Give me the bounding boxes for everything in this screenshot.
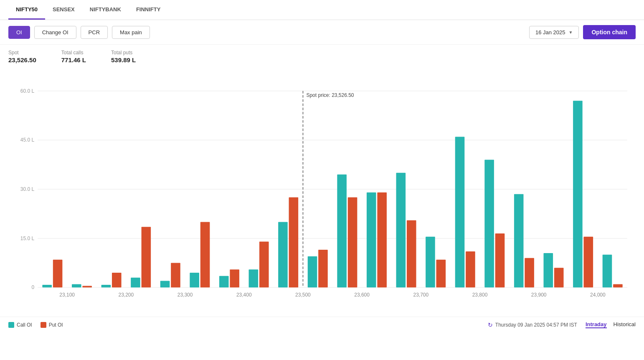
svg-rect-17 (142, 227, 151, 287)
stat-total-calls: Total calls 771.46 L (61, 50, 86, 63)
svg-rect-37 (436, 260, 446, 288)
svg-text:23,300: 23,300 (177, 292, 193, 298)
footer-actions: Intraday Historical (586, 321, 636, 328)
date-label: 16 Jan 2025 (535, 29, 565, 35)
legend-put: Put OI (41, 322, 63, 328)
toolbar: OI Change OI PCR Max pain 16 Jan 2025 ▼ … (0, 20, 644, 45)
svg-rect-44 (543, 253, 553, 287)
svg-text:23,500: 23,500 (295, 292, 311, 298)
stats-row: Spot 23,526.50 Total calls 771.46 L Tota… (0, 45, 644, 66)
svg-rect-31 (348, 198, 357, 288)
svg-rect-45 (554, 268, 564, 287)
spot-label: Spot (8, 50, 36, 56)
svg-rect-49 (613, 284, 623, 287)
svg-rect-40 (484, 160, 494, 287)
svg-rect-24 (249, 269, 259, 287)
total-puts-label: Total puts (111, 50, 136, 56)
svg-text:Spot price: 23,526.50: Spot price: 23,526.50 (306, 92, 354, 98)
svg-rect-28 (308, 256, 317, 288)
refresh-icon[interactable]: ↻ (488, 322, 493, 328)
svg-rect-23 (230, 269, 239, 287)
svg-text:23,400: 23,400 (236, 292, 252, 298)
svg-text:23,900: 23,900 (531, 292, 547, 298)
svg-rect-21 (200, 222, 210, 287)
btn-oi[interactable]: OI (8, 26, 30, 39)
svg-rect-32 (367, 193, 376, 287)
total-calls-value: 771.46 L (61, 56, 86, 63)
svg-rect-20 (190, 273, 199, 287)
stat-total-puts: Total puts 539.89 L (111, 50, 136, 63)
svg-rect-14 (101, 285, 111, 287)
btn-change-oi[interactable]: Change OI (34, 26, 76, 39)
total-calls-label: Total calls (61, 50, 86, 56)
svg-rect-36 (426, 237, 435, 288)
svg-rect-18 (160, 281, 170, 288)
date-picker[interactable]: 16 Jan 2025 ▼ (529, 26, 579, 39)
svg-rect-35 (407, 221, 416, 288)
svg-rect-22 (219, 276, 229, 287)
svg-rect-33 (377, 193, 387, 287)
svg-rect-19 (171, 263, 180, 287)
svg-rect-34 (396, 173, 406, 288)
option-chain-button[interactable]: Option chain (583, 25, 636, 39)
svg-text:23,200: 23,200 (119, 292, 134, 298)
svg-text:0: 0 (31, 284, 34, 290)
footer-time: ↻ Thursday 09 Jan 2025 04:57 PM IST (488, 322, 577, 328)
nav-finnifty[interactable]: FINNIFTY (129, 0, 168, 20)
svg-rect-38 (455, 137, 465, 287)
svg-text:23,700: 23,700 (413, 292, 428, 298)
svg-text:15.0 L: 15.0 L (20, 236, 35, 241)
svg-rect-15 (112, 273, 122, 287)
legend-call: Call OI (8, 322, 32, 328)
svg-rect-30 (337, 175, 347, 288)
svg-text:23,100: 23,100 (59, 292, 75, 298)
chevron-down-icon: ▼ (569, 30, 573, 35)
svg-rect-46 (573, 101, 583, 287)
chart-area: 015.0 L30.0 L45.0 L60.0 L23,10023,20023,… (0, 66, 644, 317)
svg-rect-47 (583, 237, 593, 288)
spot-value: 23,526.50 (8, 56, 36, 63)
svg-text:60.0 L: 60.0 L (20, 88, 35, 94)
svg-rect-10 (42, 285, 52, 287)
svg-rect-39 (466, 251, 475, 287)
svg-rect-13 (82, 286, 92, 287)
chart-svg: 015.0 L30.0 L45.0 L60.0 L23,10023,20023,… (8, 70, 636, 317)
svg-rect-26 (278, 222, 288, 287)
svg-text:30.0 L: 30.0 L (20, 186, 35, 192)
total-puts-value: 539.89 L (111, 56, 136, 63)
nav-sensex[interactable]: SENSEX (45, 0, 82, 20)
svg-rect-29 (318, 250, 328, 287)
svg-rect-12 (72, 284, 81, 287)
svg-rect-11 (53, 260, 63, 288)
stat-spot: Spot 23,526.50 (8, 50, 36, 63)
svg-rect-16 (131, 278, 140, 288)
top-nav: NIFTY50 SENSEX NIFTYBANK FINNIFTY (0, 0, 644, 20)
footer: Call OI Put OI ↻ Thursday 09 Jan 2025 04… (0, 317, 644, 332)
call-legend-dot (8, 322, 14, 328)
nav-niftybank[interactable]: NIFTYBANK (82, 0, 129, 20)
nav-nifty50[interactable]: NIFTY50 (8, 0, 45, 20)
svg-text:45.0 L: 45.0 L (20, 137, 35, 143)
svg-rect-41 (495, 233, 505, 287)
svg-rect-43 (525, 258, 534, 288)
timestamp: Thursday 09 Jan 2025 04:57 PM IST (495, 322, 577, 328)
svg-text:23,800: 23,800 (472, 292, 488, 298)
svg-rect-27 (289, 198, 299, 288)
call-legend-label: Call OI (17, 322, 32, 328)
put-legend-dot (41, 322, 46, 328)
btn-max-pain[interactable]: Max pain (112, 26, 150, 39)
historical-button[interactable]: Historical (614, 321, 636, 328)
svg-rect-42 (514, 194, 524, 288)
svg-text:24,000: 24,000 (590, 292, 606, 298)
put-legend-label: Put OI (49, 322, 63, 328)
svg-rect-25 (259, 241, 269, 287)
svg-text:23,600: 23,600 (354, 292, 370, 298)
svg-rect-48 (603, 255, 612, 287)
btn-pcr[interactable]: PCR (81, 26, 108, 39)
intraday-button[interactable]: Intraday (586, 321, 607, 328)
